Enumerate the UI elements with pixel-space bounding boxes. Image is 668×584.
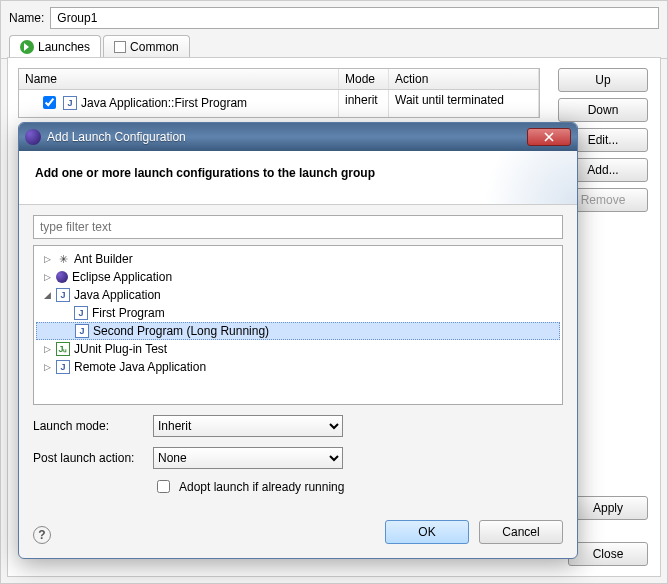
cancel-button[interactable]: Cancel <box>479 520 563 544</box>
post-launch-select[interactable]: None <box>153 447 343 469</box>
config-tree[interactable]: ▷ ✳ Ant Builder ▷ Eclipse Application ◢ … <box>33 245 563 405</box>
tree-node-junit[interactable]: ▷ Jᵤ JUnit Plug-in Test <box>36 340 560 358</box>
eclipse-icon <box>25 129 41 145</box>
tree-node-ant-builder[interactable]: ▷ ✳ Ant Builder <box>36 250 560 268</box>
dialog-body: ▷ ✳ Ant Builder ▷ Eclipse Application ◢ … <box>19 205 577 510</box>
close-icon[interactable] <box>527 128 571 146</box>
tree-node-second-program[interactable]: J Second Program (Long Running) <box>36 322 560 340</box>
dialog-title: Add Launch Configuration <box>47 130 186 144</box>
launches-icon <box>20 40 34 54</box>
tab-row: Launches Common <box>1 35 667 59</box>
dialog-heading: Add one or more launch configurations to… <box>19 151 577 205</box>
expand-icon[interactable]: ▷ <box>42 362 52 372</box>
expand-icon[interactable]: ▷ <box>42 344 52 354</box>
tree-node-remote-java[interactable]: ▷ J Remote Java Application <box>36 358 560 376</box>
apply-button[interactable]: Apply <box>568 496 648 520</box>
table-row[interactable]: J Java Application::Second Program (Long… <box>19 115 539 118</box>
table-header: Name Mode Action <box>19 69 539 90</box>
add-launch-dialog: Add Launch Configuration Add one or more… <box>18 122 578 559</box>
tree-node-eclipse-app[interactable]: ▷ Eclipse Application <box>36 268 560 286</box>
tree-node-java-app[interactable]: ◢ J Java Application <box>36 286 560 304</box>
eclipse-icon <box>56 271 68 283</box>
table-row[interactable]: J Java Application::First Program inheri… <box>19 90 539 115</box>
dialog-titlebar[interactable]: Add Launch Configuration <box>19 123 577 151</box>
th-name[interactable]: Name <box>19 69 339 89</box>
ant-icon: ✳ <box>56 252 70 266</box>
th-action[interactable]: Action <box>389 69 539 89</box>
tree-label: Java Application <box>74 288 161 302</box>
java-icon: J <box>74 306 88 320</box>
bottom-buttons: Close <box>568 542 648 566</box>
th-mode[interactable]: Mode <box>339 69 389 89</box>
dialog-footer: OK Cancel <box>19 510 577 558</box>
tab-launches-label: Launches <box>38 40 90 54</box>
tree-label: Eclipse Application <box>72 270 172 284</box>
tree-label: Ant Builder <box>74 252 133 266</box>
expand-icon[interactable]: ▷ <box>42 272 52 282</box>
launch-mode-label: Launch mode: <box>33 419 145 433</box>
java-icon: J <box>63 96 77 110</box>
name-label: Name: <box>9 11 44 25</box>
config-table: Name Mode Action J Java Application::Fir… <box>18 68 540 118</box>
up-button[interactable]: Up <box>558 68 648 92</box>
java-icon: J <box>56 360 70 374</box>
tree-label: Remote Java Application <box>74 360 206 374</box>
java-icon: J <box>75 324 89 338</box>
name-row: Name: <box>1 1 667 35</box>
row-mode: inherit <box>339 90 389 115</box>
row-name: Java Application::First Program <box>81 96 247 110</box>
junit-icon: Jᵤ <box>56 342 70 356</box>
launch-mode-select[interactable]: Inherit <box>153 415 343 437</box>
tree-label: JUnit Plug-in Test <box>74 342 167 356</box>
close-button[interactable]: Close <box>568 542 648 566</box>
adopt-checkbox[interactable] <box>157 480 170 493</box>
post-launch-row: Post launch action: None <box>33 447 563 469</box>
expand-icon[interactable]: ▷ <box>42 254 52 264</box>
common-icon <box>114 41 126 53</box>
collapse-icon[interactable]: ◢ <box>42 290 52 300</box>
tree-label: First Program <box>92 306 165 320</box>
tab-common[interactable]: Common <box>103 35 190 58</box>
tree-node-first-program[interactable]: J First Program <box>36 304 560 322</box>
tab-launches[interactable]: Launches <box>9 35 101 58</box>
java-icon: J <box>56 288 70 302</box>
row-action: Wait until terminated <box>389 90 539 115</box>
dialog-heading-text: Add one or more launch configurations to… <box>35 166 375 180</box>
tree-label: Second Program (Long Running) <box>93 324 269 338</box>
ok-button[interactable]: OK <box>385 520 469 544</box>
post-launch-label: Post launch action: <box>33 451 145 465</box>
adopt-row: Adopt launch if already running <box>33 477 563 496</box>
tab-common-label: Common <box>130 40 179 54</box>
row-action <box>389 115 539 118</box>
adopt-label: Adopt launch if already running <box>179 480 344 494</box>
filter-input[interactable] <box>33 215 563 239</box>
down-button[interactable]: Down <box>558 98 648 122</box>
launch-mode-row: Launch mode: Inherit <box>33 415 563 437</box>
help-icon[interactable]: ? <box>33 526 51 544</box>
row-checkbox[interactable] <box>43 96 56 109</box>
name-input[interactable] <box>50 7 659 29</box>
row-mode: inherit <box>339 115 389 118</box>
